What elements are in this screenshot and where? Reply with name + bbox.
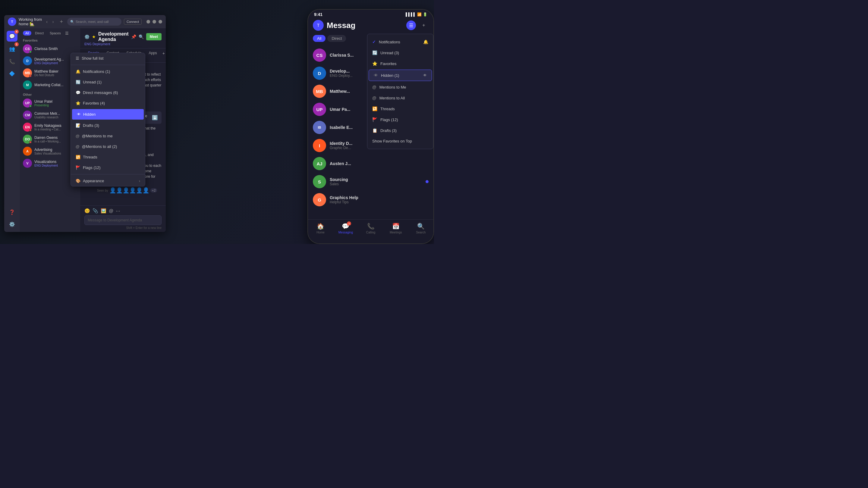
dropdown-item-show-full-list[interactable]: ☰ Show full list	[71, 53, 145, 64]
dropdown-item-label: @Mentions to all (2)	[82, 144, 117, 149]
filter-spaces[interactable]: Spaces	[47, 31, 63, 36]
flags-icon: 🚩	[76, 165, 81, 170]
connect-button[interactable]: Connect	[124, 19, 142, 25]
filter-all[interactable]: All	[23, 31, 31, 36]
calls-icon[interactable]: 📞	[7, 56, 18, 67]
dropdown-item-label: Show full list	[82, 56, 103, 61]
nav-meetings[interactable]: 📅 Meetings	[383, 223, 408, 234]
dm-icon: 💬	[76, 90, 81, 95]
mobile-filter-direct[interactable]: Direct	[327, 35, 346, 42]
pin-icon[interactable]: 📌	[131, 34, 136, 39]
emoji-icon[interactable]: 😊	[84, 208, 90, 214]
nav-calling[interactable]: 📞 Calling	[358, 223, 383, 234]
notif-label: Hidden (1)	[381, 73, 420, 78]
notif-item-favorites[interactable]: ⭐ Favorites	[367, 58, 433, 69]
nav-home[interactable]: 🏠 Home	[308, 223, 333, 234]
close-button[interactable]	[158, 20, 162, 24]
channel-subtitle: ENG Deployment	[84, 42, 161, 46]
activity-icon[interactable]: 💬 4	[7, 31, 18, 41]
avatar: CS	[23, 44, 32, 53]
mention-all-icon: @	[76, 144, 80, 149]
notif-item-show-favorites[interactable]: Show Favorites on Top	[367, 136, 433, 147]
mobile-add-icon[interactable]: +	[419, 21, 429, 30]
back-button[interactable]: ‹	[44, 19, 50, 25]
notif-item-flags[interactable]: 🚩 Flags (12)	[367, 114, 433, 125]
add-tab-button[interactable]: +	[58, 18, 65, 26]
dropdown-item-favorites[interactable]: ⭐ Favorites (4)	[71, 98, 145, 108]
dropdown-item-label: Flags (12)	[83, 165, 101, 170]
add-tab-icon[interactable]: +	[161, 48, 166, 62]
avatar: CM	[23, 110, 32, 120]
mobile-user-avatar[interactable]: T	[313, 20, 324, 31]
minimize-button[interactable]	[147, 20, 150, 24]
help-icon[interactable]: ❓	[7, 207, 18, 218]
notif-item-unread[interactable]: 🔄 Unread (3)	[367, 47, 433, 58]
mobile-filter-icon[interactable]: ☰	[406, 21, 416, 30]
list-item[interactable]: AJ Austen J...	[308, 155, 433, 173]
notif-label: Drafts (3)	[380, 128, 428, 133]
attachment-icon[interactable]: 📎	[93, 208, 98, 214]
forward-button[interactable]: ›	[51, 19, 56, 25]
filter-icon[interactable]: ☰	[65, 31, 69, 36]
download-button[interactable]: ⬇️	[152, 115, 158, 121]
list-item[interactable]: S Sourcing Sales	[308, 173, 433, 191]
notif-item-mentions-me[interactable]: @ Mentions to Me	[367, 82, 433, 93]
message-input[interactable]: Message to Development Agenda	[84, 216, 161, 225]
mention-icon[interactable]: @	[109, 208, 113, 214]
channel-name: Sourcing	[330, 177, 422, 182]
bell-icon: 🔔	[423, 39, 428, 44]
channel-title: Development Agenda	[98, 31, 129, 42]
messaging-badge: 3	[347, 221, 351, 226]
maximize-button[interactable]	[153, 20, 156, 24]
notif-item-drafts[interactable]: 📋 Drafts (3)	[367, 125, 433, 136]
window-controls	[147, 20, 162, 24]
notif-item-hidden[interactable]: 👁 Hidden (1) 👁	[369, 70, 432, 81]
header-actions: 📌 🔍 Meet	[131, 33, 161, 40]
meet-button[interactable]: Meet	[146, 33, 161, 40]
channel-star-icon[interactable]: ★	[92, 34, 96, 39]
notif-item-mentions-all[interactable]: @ Mentions to All	[367, 93, 433, 103]
gif-icon[interactable]: 🖼️	[101, 208, 106, 214]
seen-by: Seen by 👤👤👤👤👤👤 +2	[97, 187, 161, 194]
dropdown-item-threads[interactable]: 🔁 Threads	[71, 152, 145, 162]
input-actions: 😊 📎 🖼️ @ ⋯	[84, 208, 161, 214]
mobile-filter-all[interactable]: All	[313, 35, 326, 42]
status-bar: 9:41 ▌▌▌▌ 📶 🔋	[308, 10, 433, 18]
mobile-bottom-nav: 🏠 Home 💬 3 Messaging 📞 Calling 📅 Meeting…	[308, 219, 433, 243]
nav-messaging[interactable]: 💬 3 Messaging	[333, 223, 358, 234]
dropdown-item-notifications[interactable]: 🔔 Notifications (1)	[71, 66, 145, 77]
dropdown-item-drafts[interactable]: 📝 Drafts (3)	[71, 120, 145, 131]
dropdown-item-unread[interactable]: 🔄 Unread (1)	[71, 77, 145, 87]
search-channel-icon[interactable]: 🔍	[138, 34, 144, 39]
dropdown-item-mentions-all[interactable]: @ @Mentions to all (2)	[71, 141, 145, 152]
filter-direct[interactable]: Direct	[33, 31, 46, 36]
dropdown-item-label: Direct messages (6)	[83, 90, 118, 95]
channel-header: ⚙️ ★ Development Agenda 📌 🔍 Meet ENG Dep…	[80, 28, 166, 48]
unread-dot	[426, 180, 429, 183]
dropdown-item-flags[interactable]: 🚩 Flags (12)	[71, 162, 145, 173]
notif-item-threads[interactable]: 🔁 Threads	[367, 103, 433, 114]
channel-settings-icon[interactable]: ⚙️	[84, 34, 90, 39]
dropdown-item-appearance[interactable]: 🎨 Appearance ›	[71, 175, 145, 186]
channel-name: Clarissa Smith	[34, 47, 77, 51]
user-avatar[interactable]: T	[8, 18, 16, 26]
list-item[interactable]: G Graphics Help Helpful Tips	[308, 191, 433, 209]
dropdown-item-mentions-me[interactable]: @ @Mentions to me	[71, 131, 145, 141]
avatar: IB	[313, 121, 326, 134]
teams-icon[interactable]: 👥 1	[7, 43, 18, 54]
dropdown-item-direct-messages[interactable]: 💬 Direct messages (6)	[71, 87, 145, 98]
apps-icon[interactable]: 🔷	[7, 68, 18, 79]
mobile-header-icons: ☰ +	[406, 21, 429, 30]
status-time: 9:41	[314, 12, 322, 17]
settings-icon[interactable]: ⚙️	[7, 219, 18, 230]
more-icon[interactable]: ⋯	[116, 208, 120, 214]
dropdown-item-hidden[interactable]: 👁 Hidden	[72, 109, 144, 120]
search-bar[interactable]: 🔍 Search, meet, and call	[67, 18, 121, 26]
nav-search[interactable]: 🔍 Search	[408, 223, 433, 234]
mobile-notification-panel: ✓ Notifications 🔔 🔄 Unread (3) ⭐ Favorit…	[367, 34, 433, 149]
notifications-label: Notifications	[379, 40, 420, 44]
team-icon-wrap: 👥 1	[7, 43, 18, 54]
seen-avatars: 👤👤👤👤👤👤	[110, 187, 149, 194]
channel-info: Sourcing Sales	[330, 177, 422, 186]
tab-apps[interactable]: Apps	[145, 48, 160, 62]
